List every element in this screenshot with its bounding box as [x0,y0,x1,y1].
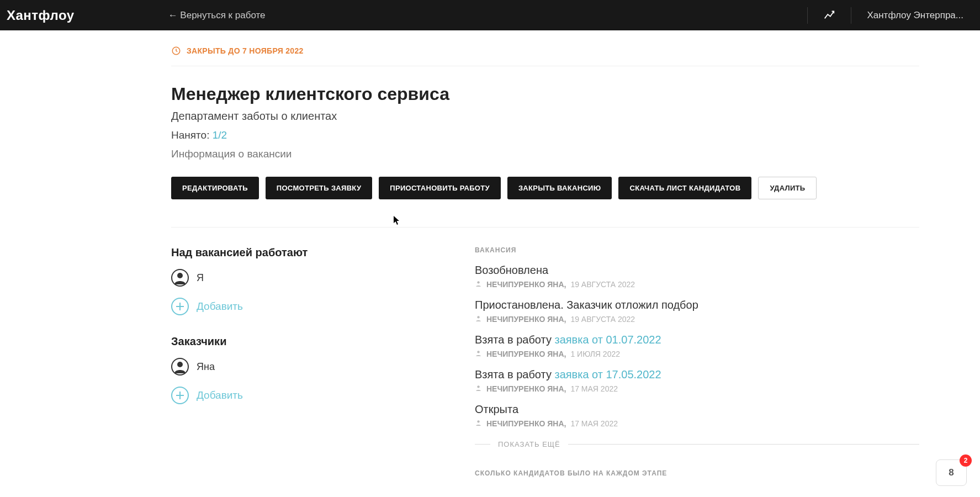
svg-point-9 [477,351,479,353]
divider-line [568,444,919,445]
show-more-button[interactable]: ПОКАЗАТЬ ЕЩЁ [475,440,919,448]
back-to-work-link[interactable]: ← Вернуться к работе [168,10,266,21]
hired-row: Нанято: 1/2 [171,129,919,141]
pause-work-button[interactable]: ПРИОСТАНОВИТЬ РАБОТУ [379,177,501,199]
vacancy-department: Департамент заботы о клиентах [171,110,919,123]
feed-item-user: НЕЧИПУРЕНКО ЯНА, [486,350,566,358]
user-icon [475,384,482,393]
vacancy-info-link[interactable]: Информация о вакансии [171,148,919,160]
notifications-bubble[interactable]: 8 2 [936,459,967,486]
show-more-label: ПОКАЗАТЬ ЕЩЁ [498,440,560,448]
feed-item: Возобновлена НЕЧИПУРЕНКО ЯНА, 19 АВГУСТА… [475,264,919,289]
close-vacancy-button[interactable]: ЗАКРЫТЬ ВАКАНСИЮ [507,177,612,199]
feed-item: Взята в работу заявка от 01.07.2022 НЕЧИ… [475,334,919,358]
feed-item-title: Открыта [475,403,919,416]
feed-item-title: Приостановлена. Заказчик отложил подбор [475,299,919,311]
user-icon [475,315,482,324]
add-assignee-button[interactable]: Добавить [171,298,436,315]
divider [171,66,919,66]
left-column: Над вакансией работают Я [171,246,436,477]
feed-item-date: 19 АВГУСТА 2022 [570,315,635,324]
hired-label: Нанято: [171,129,209,141]
feed-item-meta: НЕЧИПУРЕНКО ЯНА, 19 АВГУСТА 2022 [475,280,919,289]
company-switcher[interactable]: Хантфлоу Энтерпра... [867,10,963,21]
app-header: Хантфлоу ← Вернуться к работе Хантфлоу Э… [0,0,980,30]
header-divider [807,7,808,24]
feed-item-meta: НЕЧИПУРЕНКО ЯНА, 1 ИЮЛЯ 2022 [475,350,919,358]
plus-circle-icon [171,387,189,404]
header-left: Хантфлоу ← Вернуться к работе [7,8,266,23]
divider-line [475,444,490,445]
feed-item-date: 19 АВГУСТА 2022 [570,280,635,289]
feed-item: Взята в работу заявка от 17.05.2022 НЕЧИ… [475,368,919,393]
assignee-row: Я [171,269,436,287]
deadline-banner: ЗАКРЫТЬ ДО 7 НОЯБРЯ 2022 [171,46,919,56]
feed-item-meta: НЕЧИПУРЕНКО ЯНА, 17 МАЯ 2022 [475,384,919,393]
feed-item-text: Приостановлена. Заказчик отложил подбор [475,299,698,311]
user-icon [475,350,482,358]
feed-item-user: НЕЧИПУРЕНКО ЯНА, [486,280,566,289]
header-right: Хантфлоу Энтерпра... [807,7,973,24]
notifications-count: 8 [949,467,953,478]
header-divider [851,7,851,24]
feed-item: Приостановлена. Заказчик отложил подбор … [475,299,919,324]
feed-item-date: 1 ИЮЛЯ 2022 [570,350,620,358]
analytics-icon[interactable] [823,8,835,23]
feed-item-user: НЕЧИПУРЕНКО ЯНА, [486,419,566,428]
svg-point-7 [477,281,479,283]
customers-title: Заказчики [171,335,436,348]
assignee-name: Я [197,272,204,284]
avatar-icon [171,269,189,287]
divider [171,227,919,228]
feed-item-text: Возобновлена [475,264,548,276]
feed-item-text: Взята в работу [475,368,552,380]
feed-item: Открыта НЕЧИПУРЕНКО ЯНА, 17 МАЯ 2022 [475,403,919,428]
delete-button[interactable]: УДАЛИТЬ [758,177,817,199]
customers-block: Заказчики Яна [171,335,436,404]
feed-item-user: НЕЧИПУРЕНКО ЯНА, [486,315,566,324]
download-candidates-button[interactable]: СКАЧАТЬ ЛИСТ КАНДИДАТОВ [618,177,751,199]
customer-name: Яна [197,361,215,373]
logo[interactable]: Хантфлоу [7,8,75,23]
customer-row: Яна [171,358,436,376]
feed-item-date: 17 МАЯ 2022 [570,419,618,428]
svg-point-10 [477,385,479,388]
working-on-title: Над вакансией работают [171,246,436,259]
vacancy-title: Менеджер клиентского сервиса [171,84,919,104]
vacancy-header: Менеджер клиентского сервиса Департамент… [171,84,919,160]
right-column: ВАКАНСИЯ Возобновлена НЕЧИПУРЕНКО ЯНА, 1… [475,246,919,477]
svg-point-11 [477,420,479,422]
plus-circle-icon [171,298,189,315]
avatar-icon [171,358,189,376]
hired-value[interactable]: 1/2 [213,129,227,141]
feed-item-link[interactable]: заявка от 01.07.2022 [554,334,661,346]
feed-item-user: НЕЧИПУРЕНКО ЯНА, [486,384,566,393]
feed-section-label: ВАКАНСИЯ [475,246,919,254]
add-customer-label: Добавить [197,389,243,401]
feed-item-title: Взята в работу заявка от 01.07.2022 [475,334,919,346]
feed-item-meta: НЕЧИПУРЕНКО ЯНА, 19 АВГУСТА 2022 [475,315,919,324]
svg-point-8 [477,316,479,318]
deadline-text: ЗАКРЫТЬ ДО 7 НОЯБРЯ 2022 [187,46,304,55]
svg-point-2 [177,273,183,278]
feed-item-title: Взята в работу заявка от 17.05.2022 [475,368,919,381]
add-assignee-label: Добавить [197,300,243,313]
user-icon [475,280,482,289]
feed-item-title: Возобновлена [475,264,919,277]
add-customer-button[interactable]: Добавить [171,387,436,404]
content-area: ЗАКРЫТЬ ДО 7 НОЯБРЯ 2022 Менеджер клиент… [0,30,980,477]
feed-item-text: Взята в работу [475,334,552,346]
edit-button[interactable]: РЕДАКТИРОВАТЬ [171,177,259,199]
svg-point-5 [177,362,183,367]
clock-icon [171,46,181,56]
action-bar: РЕДАКТИРОВАТЬ ПОСМОТРЕТЬ ЗАЯВКУ ПРИОСТАН… [171,177,919,199]
user-icon [475,419,482,428]
lower-columns: Над вакансией работают Я [171,246,919,477]
feed-item-date: 17 МАЯ 2022 [570,384,618,393]
feed-item-text: Открыта [475,403,518,415]
feed-item-link[interactable]: заявка от 17.05.2022 [554,368,661,380]
feed-item-meta: НЕЧИПУРЕНКО ЯНА, 17 МАЯ 2022 [475,419,919,428]
stage-funnel-label: СКОЛЬКО КАНДИДАТОВ БЫЛО НА КАЖДОМ ЭТАПЕ [475,469,919,477]
notifications-badge: 2 [960,454,972,467]
view-request-button[interactable]: ПОСМОТРЕТЬ ЗАЯВКУ [266,177,373,199]
